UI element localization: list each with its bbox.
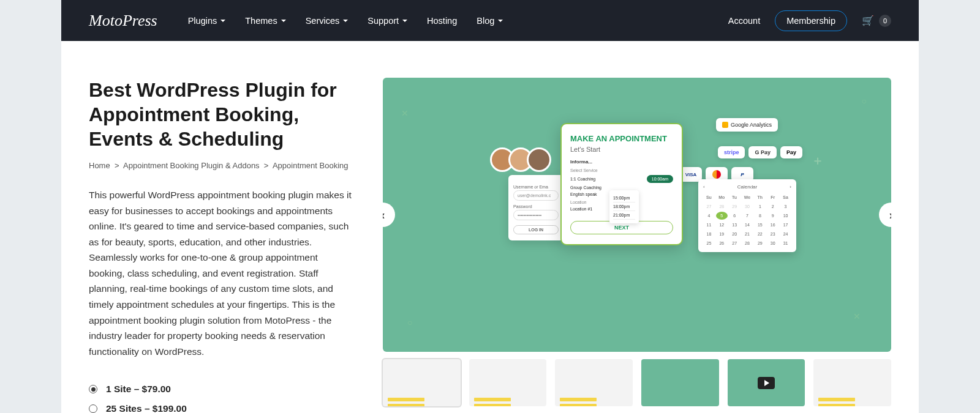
decoration-icon: ✕ — [853, 311, 861, 321]
cart-count: 0 — [879, 15, 891, 27]
gallery-prev-button[interactable]: ‹ — [383, 203, 395, 227]
nav-support[interactable]: Support — [368, 16, 407, 26]
option-1-site[interactable]: 1 Site – $79.00 — [89, 384, 352, 395]
calendar-card: ‹ Calendar › SuMoTuWeThFrSa2728293012345… — [698, 179, 796, 252]
gpay-chip: G Pay — [748, 146, 777, 158]
site-header: MotoPress Plugins Themes Services Suppor… — [61, 0, 919, 41]
pricing-options: 1 Site – $79.00 25 Sites – $199.00 — [89, 384, 352, 413]
account-link[interactable]: Account — [728, 16, 760, 26]
membership-button[interactable]: Membership — [775, 10, 847, 31]
nav-hosting[interactable]: Hosting — [427, 16, 457, 26]
thumb-3[interactable] — [555, 359, 633, 406]
applepay-chip: Pay — [780, 146, 802, 158]
logo[interactable]: MotoPress — [89, 12, 157, 30]
appointment-card: MAKE AN APPOINTMENT Let's Start Informa.… — [560, 123, 683, 245]
nav-services[interactable]: Services — [306, 16, 349, 26]
decoration-icon: ✕ — [401, 108, 409, 118]
product-mockup: Google Analytics stripe G Pay Pay ＋ VISA… — [508, 123, 766, 307]
cal-prev-icon: ‹ — [703, 184, 705, 190]
thumb-2[interactable] — [469, 359, 547, 406]
play-icon — [758, 377, 775, 389]
cart-button[interactable]: 🛒 0 — [862, 15, 891, 27]
thumb-4[interactable] — [641, 359, 719, 406]
gallery-next-button[interactable]: › — [879, 203, 891, 227]
breadcrumb: Home > Appointment Booking Plugin & Addo… — [89, 161, 352, 170]
option-label: 25 Sites – $199.00 — [106, 403, 187, 413]
radio-icon — [89, 404, 97, 413]
nav-blog[interactable]: Blog — [477, 16, 503, 26]
thumb-6[interactable] — [813, 359, 891, 406]
hero-image: ‹ › ✕ ○ ○ ✕ Google Analyt — [383, 78, 891, 352]
thumb-5-video[interactable] — [728, 359, 805, 406]
decoration-icon: ○ — [862, 96, 867, 106]
stripe-chip: stripe — [718, 146, 745, 158]
gallery-thumbs — [383, 359, 891, 406]
page-title: Best WordPress Plugin for Appointment Bo… — [89, 78, 352, 151]
login-card: Username or Ema user@demolink.c Password… — [508, 175, 564, 240]
nav-plugins[interactable]: Plugins — [188, 16, 226, 26]
cal-next-icon: › — [790, 184, 791, 190]
radio-icon — [89, 385, 97, 393]
decoration-icon: ○ — [407, 318, 412, 327]
google-analytics-chip: Google Analytics — [716, 118, 778, 132]
option-25-sites[interactable]: 25 Sites – $199.00 — [89, 403, 352, 413]
times-list: 15:00pm 18:00pm 21:00pm — [609, 190, 639, 223]
avatar-icon — [527, 147, 551, 172]
visa-icon: VISA — [680, 167, 702, 182]
breadcrumb-category[interactable]: Appointment Booking Plugin & Addons — [123, 161, 260, 170]
nav-themes[interactable]: Themes — [245, 16, 285, 26]
thumb-1[interactable] — [383, 359, 461, 406]
breadcrumb-home[interactable]: Home — [89, 161, 110, 170]
ga-icon — [722, 122, 728, 128]
main-nav: Plugins Themes Services Support Hosting … — [188, 16, 728, 26]
plus-icon: ＋ — [812, 152, 824, 169]
header-right: Account Membership 🛒 0 — [728, 10, 891, 31]
option-label: 1 Site – $79.00 — [106, 384, 171, 395]
breadcrumb-current: Appointment Booking — [273, 161, 349, 170]
cart-icon: 🛒 — [862, 15, 874, 26]
product-description: This powerful WordPress appointment book… — [89, 187, 352, 359]
